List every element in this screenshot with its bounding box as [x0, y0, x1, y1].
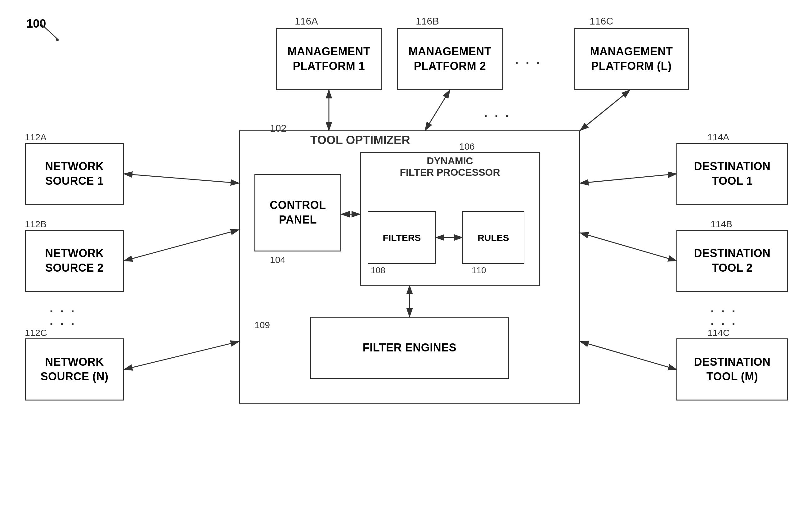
dfp-ref: 106 — [459, 141, 475, 152]
diagram: 100 MANAGEMENTPLATFORM 1 116A MANAGEMENT… — [0, 0, 812, 525]
svg-line-8 — [580, 90, 630, 130]
tool-optimizer-label: TOOL OPTIMIZER — [310, 134, 410, 147]
src-dots-left: . . . — [50, 301, 76, 315]
dest-tool-m-box: DESTINATIONTOOL (M) — [676, 339, 788, 401]
svg-marker-1 — [55, 36, 59, 41]
mgmt-vertical-dots: . . . — [484, 106, 511, 120]
src-dots-left2: . . . — [50, 314, 76, 328]
desttool2-ref: 114B — [710, 219, 732, 229]
netsrcn-ref: 112C — [25, 328, 47, 338]
control-panel-ref: 104 — [270, 255, 285, 265]
svg-line-14 — [580, 342, 676, 370]
network-source-n-box: NETWORKSOURCE (N) — [25, 339, 124, 401]
rules-ref: 110 — [472, 266, 486, 275]
svg-line-10 — [124, 230, 239, 261]
netsrc1-ref: 112A — [25, 132, 47, 142]
mgmt-platform-l-box: MANAGEMENTPLATFORM (L) — [574, 28, 689, 90]
svg-line-7 — [425, 90, 450, 130]
mgmt-platform-2-box: MANAGEMENTPLATFORM 2 — [397, 28, 503, 90]
filters-box: FILTERS — [368, 211, 436, 264]
dfp-label: DYNAMICFILTER PROCESSOR — [371, 155, 529, 178]
dest-dots-right: . . . — [710, 301, 737, 315]
svg-line-11 — [124, 342, 239, 370]
mgmt1-ref: 116A — [295, 16, 318, 27]
netsrc2-ref: 112B — [25, 219, 47, 229]
desttool1-ref: 114A — [707, 132, 729, 142]
network-source-2-box: NETWORKSOURCE 2 — [25, 230, 124, 292]
mgmt-dots-top: . . . — [515, 53, 542, 67]
mgmtL-ref: 116C — [590, 16, 613, 27]
filters-ref: 108 — [371, 266, 385, 275]
filter-engines-box: FILTER ENGINES — [310, 317, 509, 379]
dest-dots-right2: . . . — [710, 314, 737, 328]
mgmt2-ref: 116B — [416, 16, 439, 27]
control-panel-box: CONTROLPANEL — [254, 174, 341, 252]
svg-line-12 — [580, 174, 676, 183]
filter-engines-ref: 109 — [254, 320, 270, 330]
tool-optimizer-ref: 102 — [270, 123, 286, 134]
mgmt-platform-1-box: MANAGEMENTPLATFORM 1 — [276, 28, 381, 90]
svg-line-13 — [580, 233, 676, 261]
desttoolm-ref: 114C — [707, 328, 730, 338]
figure-label: 100 — [26, 17, 46, 30]
network-source-1-box: NETWORKSOURCE 1 — [25, 143, 124, 205]
dest-tool-2-box: DESTINATIONTOOL 2 — [676, 230, 788, 292]
dest-tool-1-box: DESTINATIONTOOL 1 — [676, 143, 788, 205]
rules-box: RULES — [462, 211, 525, 264]
svg-line-9 — [124, 174, 239, 183]
